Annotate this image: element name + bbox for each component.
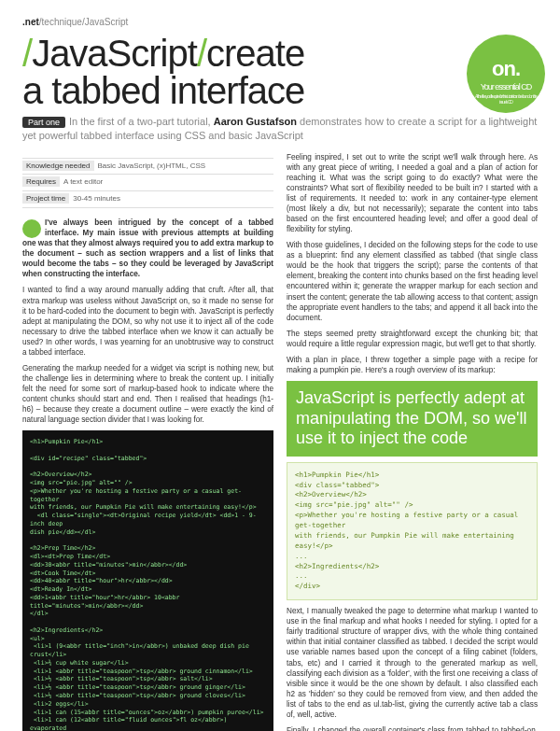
- body-text: Generating the markup needed for a widge…: [22, 363, 273, 425]
- meta-row: Project time30-45 minutes: [22, 190, 273, 208]
- meta-box: Knowledge neededBasic JavaScript, (x)HTM…: [22, 158, 273, 208]
- meta-row: RequiresA text editor: [22, 174, 273, 190]
- body-text: With a plan in place, I threw together a…: [287, 355, 538, 375]
- breadcrumb: .net/technique/JavaScript: [22, 17, 538, 27]
- body-text: Finally, I changed the overall container…: [287, 725, 538, 731]
- left-column: Knowledge neededBasic JavaScript, (x)HTM…: [22, 152, 273, 731]
- right-column: Feeling inspired, I set out to write the…: [287, 152, 538, 731]
- badge-logo: on.: [492, 57, 520, 80]
- cd-badge: on. Your essential CD All the files you'…: [467, 35, 545, 113]
- body-text: Feeling inspired, I set out to write the…: [287, 152, 538, 235]
- code-dark: <h1>Pumpkin Pie</h1> <div id="recipe" cl…: [22, 430, 273, 731]
- code-light: <h1>Pumpkin Pie</h1> <div class="tabbed"…: [287, 462, 538, 601]
- lead-text: I've always been intrigued by the concep…: [22, 218, 273, 278]
- author: Aaron Gustafson: [214, 116, 297, 127]
- intro: Part oneIn the first of a two-part tutor…: [22, 115, 538, 143]
- body-text: The steps seemed pretty straightforward …: [287, 329, 538, 349]
- dropcap-icon: [22, 219, 41, 238]
- body-text: Next, I manually tweaked the page to det…: [287, 606, 538, 720]
- brand: .net: [22, 17, 39, 27]
- body-text: With those guidelines, I decided on the …: [287, 240, 538, 323]
- pull-quote: JavaScript is perfectly adept at manipul…: [287, 381, 538, 457]
- headline: /JavaScript/create a tabbed interface on…: [22, 35, 538, 109]
- part-badge: Part one: [22, 117, 65, 128]
- body-text: I wanted to find a way around manually a…: [22, 285, 273, 357]
- meta-row: Knowledge neededBasic JavaScript, (x)HTM…: [22, 158, 273, 175]
